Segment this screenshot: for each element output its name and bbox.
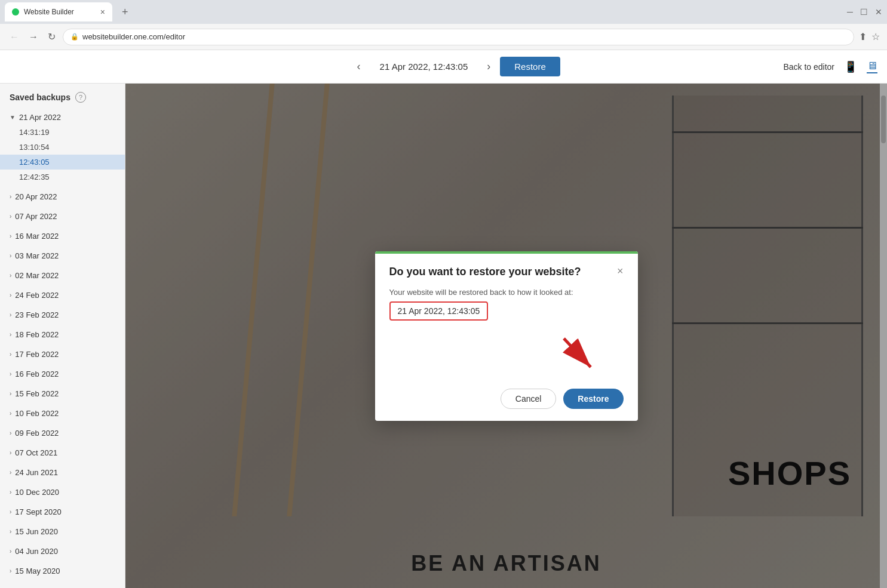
bookmark-icon[interactable]: ☆ xyxy=(871,31,880,42)
sidebar-group-header-15feb[interactable]: › 15 Feb 2022 xyxy=(0,386,125,401)
new-tab-button[interactable]: + xyxy=(117,4,133,21)
group-label-03mar: 03 Mar 2022 xyxy=(15,251,59,260)
sidebar-group-header-17feb[interactable]: › 17 Feb 2022 xyxy=(0,347,125,362)
chevron-right-icon-17sept: › xyxy=(10,509,11,515)
sidebar-group-header-17sept[interactable]: › 17 Sept 2020 xyxy=(0,504,125,519)
sidebar-group-02mar: › 02 Mar 2022 xyxy=(0,266,125,285)
chevron-right-icon-04jun: › xyxy=(10,548,11,555)
sidebar-group-header-16feb[interactable]: › 16 Feb 2022 xyxy=(0,367,125,381)
group-label-15may: 15 May 2020 xyxy=(15,567,60,575)
back-button[interactable]: ← xyxy=(7,29,22,45)
chevron-right-icon: › xyxy=(10,193,11,200)
next-backup-button[interactable]: › xyxy=(482,58,495,75)
chevron-right-icon-10feb: › xyxy=(10,410,11,417)
sidebar-group-23feb: › 23 Feb 2022 xyxy=(0,305,125,325)
group-label-10dec: 10 Dec 2020 xyxy=(15,488,59,497)
sidebar-item-124235[interactable]: 12:42:35 xyxy=(0,170,125,184)
sidebar-group-03mar: › 03 Mar 2022 xyxy=(0,246,125,266)
browser-tab[interactable]: Website Builder × xyxy=(5,2,112,21)
sidebar-group-header-14may[interactable]: › 14 May 2020 xyxy=(0,583,125,588)
sidebar-group-header-04jun[interactable]: › 04 Jun 2020 xyxy=(0,544,125,559)
modal-overlay: Do you want to restore your website? × Y… xyxy=(125,84,887,588)
sidebar-group-04jun: › 04 Jun 2020 xyxy=(0,541,125,561)
group-label-07oct: 07 Oct 2021 xyxy=(15,448,57,457)
main-layout: Saved backups ? ▼ 21 Apr 2022 14:31:19 1… xyxy=(0,84,887,588)
modal-footer: Cancel Restore xyxy=(375,389,638,421)
tab-close-icon[interactable]: × xyxy=(100,7,105,17)
cancel-button[interactable]: Cancel xyxy=(501,389,557,409)
sidebar-group-10dec: › 10 Dec 2020 xyxy=(0,482,125,502)
sidebar: Saved backups ? ▼ 21 Apr 2022 14:31:19 1… xyxy=(0,84,125,588)
chevron-right-icon-24jun: › xyxy=(10,469,11,476)
minimize-icon[interactable]: ─ xyxy=(847,7,853,17)
restore-header-button[interactable]: Restore xyxy=(500,57,560,76)
preview-area: SHOPS BE AN ARTISAN Do you want to resto… xyxy=(125,84,887,588)
sidebar-item-124305[interactable]: 12:43:05 xyxy=(0,155,125,170)
chevron-right-icon-16mar: › xyxy=(10,233,11,239)
modal-close-button[interactable]: × xyxy=(617,266,624,276)
address-text: websitebuilder.one.com/editor xyxy=(82,32,185,41)
restore-modal: Do you want to restore your website? × Y… xyxy=(375,251,638,421)
maximize-icon[interactable]: ☐ xyxy=(860,7,868,17)
prev-backup-button[interactable]: ‹ xyxy=(352,58,366,75)
sidebar-group-15may: › 15 May 2020 xyxy=(0,561,125,581)
sidebar-group-header-09feb[interactable]: › 09 Feb 2022 xyxy=(0,426,125,441)
refresh-button[interactable]: ↻ xyxy=(45,29,58,45)
modal-restore-datetime: 21 Apr 2022, 12:43:05 xyxy=(389,301,489,321)
sidebar-group-header-24feb[interactable]: › 24 Feb 2022 xyxy=(0,288,125,303)
sidebar-item-143119[interactable]: 14:31:19 xyxy=(0,125,125,140)
group-label-15feb: 15 Feb 2022 xyxy=(15,389,59,398)
modal-title: Do you want to restore your website? xyxy=(389,266,581,278)
sidebar-group-18feb: › 18 Feb 2022 xyxy=(0,325,125,344)
sidebar-group-header-10feb[interactable]: › 10 Feb 2022 xyxy=(0,406,125,421)
svg-line-1 xyxy=(564,338,591,367)
website-preview: SHOPS BE AN ARTISAN Do you want to resto… xyxy=(125,84,887,588)
sidebar-group-20apr: › 20 Apr 2022 xyxy=(0,187,125,207)
group-label-07apr: 07 Apr 2022 xyxy=(15,212,57,221)
sidebar-header: Saved backups ? xyxy=(0,84,125,107)
sidebar-group-header-07apr[interactable]: › 07 Apr 2022 xyxy=(0,209,125,224)
share-icon[interactable]: ⬆ xyxy=(859,31,867,42)
chevron-right-icon-03mar: › xyxy=(10,253,11,259)
sidebar-group-15jun: › 15 Jun 2020 xyxy=(0,522,125,541)
group-label-15jun: 15 Jun 2020 xyxy=(15,527,58,536)
sidebar-group-header-15may[interactable]: › 15 May 2020 xyxy=(0,564,125,578)
sidebar-group-10feb: › 10 Feb 2022 xyxy=(0,404,125,423)
mobile-view-button[interactable]: 📱 xyxy=(844,60,857,73)
chevron-right-icon-10dec: › xyxy=(10,489,11,495)
window-controls: ─ ☐ ✕ xyxy=(847,7,882,17)
sidebar-group-header-24jun[interactable]: › 24 Jun 2021 xyxy=(0,465,125,480)
group-label-04jun: 04 Jun 2020 xyxy=(15,547,58,556)
address-bar[interactable]: 🔒 websitebuilder.one.com/editor xyxy=(63,29,854,45)
sidebar-group-24jun: › 24 Jun 2021 xyxy=(0,463,125,482)
chevron-right-icon-17feb: › xyxy=(10,351,11,358)
group-label-18feb: 18 Feb 2022 xyxy=(15,330,59,339)
forward-button[interactable]: → xyxy=(26,29,41,45)
modal-arrow-indicator xyxy=(389,321,624,374)
sidebar-group-header-20apr[interactable]: › 20 Apr 2022 xyxy=(0,189,125,204)
sidebar-group-header-21apr[interactable]: ▼ 21 Apr 2022 xyxy=(0,110,125,125)
browser-toolbar: ← → ↻ 🔒 websitebuilder.one.com/editor ⬆ … xyxy=(0,24,887,50)
group-label-23feb: 23 Feb 2022 xyxy=(15,310,59,319)
chevron-right-icon-23feb: › xyxy=(10,312,11,318)
sidebar-group-header-16mar[interactable]: › 16 Mar 2022 xyxy=(0,229,125,244)
sidebar-group-header-23feb[interactable]: › 23 Feb 2022 xyxy=(0,307,125,322)
sidebar-group-header-18feb[interactable]: › 18 Feb 2022 xyxy=(0,327,125,342)
sidebar-group-header-03mar[interactable]: › 03 Mar 2022 xyxy=(0,248,125,263)
sidebar-group-header-10dec[interactable]: › 10 Dec 2020 xyxy=(0,485,125,500)
close-window-icon[interactable]: ✕ xyxy=(875,7,882,17)
desktop-view-button[interactable]: 🖥 xyxy=(867,60,877,73)
sidebar-group-header-02mar[interactable]: › 02 Mar 2022 xyxy=(0,268,125,283)
sidebar-item-131054[interactable]: 13:10:54 xyxy=(0,140,125,155)
app-header: ‹ 21 Apr 2022, 12:43:05 › Restore Back t… xyxy=(0,50,887,84)
group-label-21apr: 21 Apr 2022 xyxy=(19,113,61,122)
back-to-editor-link[interactable]: Back to editor xyxy=(783,62,834,72)
sidebar-group-header-15jun[interactable]: › 15 Jun 2020 xyxy=(0,524,125,539)
group-label-17sept: 17 Sept 2020 xyxy=(15,507,61,516)
help-icon[interactable]: ? xyxy=(75,92,86,103)
sidebar-group-17sept: › 17 Sept 2020 xyxy=(0,502,125,522)
group-label-09feb: 09 Feb 2022 xyxy=(15,429,59,438)
arrow-svg xyxy=(552,333,600,374)
sidebar-group-header-07oct[interactable]: › 07 Oct 2021 xyxy=(0,445,125,460)
restore-modal-button[interactable]: Restore xyxy=(563,389,623,409)
